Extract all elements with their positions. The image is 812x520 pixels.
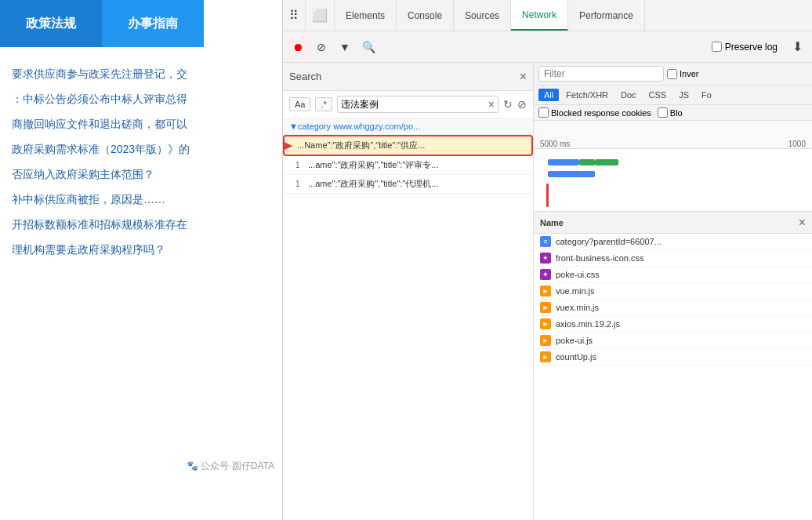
blocked2-checkbox[interactable]: [658, 107, 668, 118]
download-button[interactable]: ⬇: [787, 37, 807, 57]
search-refresh-button[interactable]: ↻: [503, 98, 513, 111]
filter-input-wrap: [538, 66, 664, 82]
filter-icon: ▼: [339, 41, 350, 53]
network-item-4[interactable]: ► vuex.min.js: [534, 300, 812, 316]
js-icon-4: ►: [540, 302, 551, 313]
preserve-log-checkbox[interactable]: [712, 42, 722, 52]
css-icon-1: ✦: [540, 253, 551, 264]
wf-bar-0: [548, 159, 579, 165]
blocked-container: Blocked response cookies: [538, 107, 651, 118]
filter-all-button[interactable]: All: [538, 89, 559, 101]
doc-icon-0: ≡: [540, 236, 551, 247]
tab-console[interactable]: Console: [397, 0, 454, 31]
result-group-header[interactable]: ▼category www.whggzy.com/po...: [283, 118, 533, 135]
wf-bar-2: [595, 159, 618, 165]
timeline-label-5000: 5000 ms: [540, 140, 570, 148]
timeline-label-1000: 1000: [788, 140, 806, 148]
tab-cursor-icon[interactable]: ⠿: [283, 0, 306, 31]
devtools-tabs-bar: ⠿ ⬜ Elements Console Sources Network Per…: [283, 0, 812, 31]
webpage-panel: 政策法规 办事指南 要求供应商参与政采先注册登记，交 ：中标公告必须公布中标人评…: [0, 0, 282, 520]
search-panel: Search × Aa .* × ↻ ⊘ ▼category ww: [283, 63, 534, 520]
invert-container: Inver: [667, 69, 698, 79]
js-icon-3: ►: [540, 285, 551, 296]
filter-button[interactable]: ▼: [335, 37, 355, 57]
device-icon: ⬜: [312, 8, 328, 23]
search-cancel-button[interactable]: ⊘: [517, 98, 527, 111]
search-icon: 🔍: [362, 41, 375, 53]
blocked-label: Blocked response cookies: [551, 108, 651, 118]
regex-button[interactable]: .*: [315, 97, 332, 111]
filter-css-button[interactable]: CSS: [643, 89, 672, 101]
webpage-content: 要求供应商参与政采先注册登记，交 ：中标公告必须公布中标人评审总得 商撤回响应文…: [0, 47, 282, 279]
blocked2-container: Blo: [658, 107, 683, 118]
network-list-header: Name ×: [534, 212, 812, 234]
record-icon: ⏺: [292, 41, 303, 53]
network-item-5[interactable]: ► axios.min.19.2.js: [534, 316, 812, 333]
panels-row: Search × Aa .* × ↻ ⊘ ▼category ww: [283, 63, 812, 520]
result-item-2[interactable]: 1 ...ame":"政府采购","title":"代理机...: [283, 175, 533, 194]
name-column-header: Name: [540, 218, 799, 227]
download-icon: ⬇: [792, 39, 803, 54]
filter-type-buttons: All Fetch/XHR Doc CSS JS Fo: [538, 89, 717, 101]
network-filter-row: Inver: [534, 63, 812, 85]
network-item-2[interactable]: ✦ poke-ui.css: [534, 267, 812, 283]
css-icon-2: ✦: [540, 269, 551, 280]
tab-sources[interactable]: Sources: [454, 0, 511, 31]
search-input[interactable]: [341, 99, 488, 110]
search-close-button[interactable]: ×: [520, 70, 527, 84]
filter-doc-button[interactable]: Doc: [615, 89, 642, 101]
blocked2-label: Blo: [670, 108, 683, 118]
search-options-row: Aa .* × ↻ ⊘: [283, 91, 533, 118]
preserve-log-container: Preserve log: [712, 42, 778, 53]
tab-elements[interactable]: Elements: [335, 0, 397, 31]
result-item-container-0: ➤ ...Name":"政府采购","title":"供应...: [283, 135, 533, 156]
wf-timeline-marker: [546, 184, 549, 207]
record-button[interactable]: ⏺: [288, 37, 308, 57]
filter-fetch-button[interactable]: Fetch/XHR: [560, 89, 614, 101]
search-title: Search: [289, 71, 520, 82]
timeline-header: 5000 ms 1000: [534, 121, 812, 149]
cursor-icon: ⠿: [289, 8, 299, 23]
blocked-checkbox[interactable]: [538, 107, 549, 118]
network-item-1[interactable]: ✦ front-business-icon.css: [534, 250, 812, 267]
result-item-0[interactable]: ...Name":"政府采购","title":"供应...: [283, 135, 533, 156]
invert-label: Inver: [680, 69, 698, 78]
close-network-panel-button[interactable]: ×: [799, 216, 806, 230]
filter-type-row: All Fetch/XHR Doc CSS JS Fo: [534, 85, 812, 105]
webpage-header: 政策法规 办事指南: [0, 0, 282, 47]
devtools-panel: ⠿ ⬜ Elements Console Sources Network Per…: [282, 0, 812, 520]
webpage-text: 要求供应商参与政采先注册登记，交 ：中标公告必须公布中标人评审总得 商撤回响应文…: [12, 63, 270, 260]
js-icon-5: ►: [540, 318, 551, 329]
webpage-tab-office[interactable]: 办事指南: [102, 0, 204, 47]
filter-input[interactable]: [544, 68, 662, 79]
network-item-6[interactable]: ► poke-ui.js: [534, 333, 812, 349]
filter-js-button[interactable]: JS: [673, 89, 694, 101]
js-icon-7: ►: [540, 351, 551, 362]
invert-checkbox[interactable]: [667, 69, 677, 79]
network-right-panel: Inver All Fetch/XHR Doc CSS JS Fo: [534, 63, 812, 520]
webpage-tab-policy[interactable]: 政策法规: [0, 0, 102, 47]
stop-icon: ⊘: [317, 41, 326, 53]
stop-button[interactable]: ⊘: [311, 37, 332, 57]
search-header: Search ×: [283, 63, 533, 91]
network-item-0[interactable]: ≡ category?parentId=66007...: [534, 234, 812, 250]
watermark: 🐾 公众号·圆仔DATA: [187, 460, 274, 473]
tab-performance[interactable]: Performance: [568, 0, 645, 31]
waterfall-area: [534, 149, 812, 212]
network-item-3[interactable]: ► vue.min.js: [534, 283, 812, 300]
network-item-7[interactable]: ► countUp.js: [534, 349, 812, 365]
case-sensitive-button[interactable]: Aa: [289, 97, 310, 111]
search-clear-button[interactable]: ×: [488, 98, 495, 111]
network-list[interactable]: ≡ category?parentId=66007... ✦ front-bus…: [534, 234, 812, 520]
result-item-1[interactable]: 1 ...ame":"政府采购","title":"评审专...: [283, 156, 533, 175]
js-icon-6: ►: [540, 335, 551, 346]
search-button[interactable]: 🔍: [358, 37, 379, 57]
wf-bar-1: [579, 159, 595, 165]
tab-device-icon[interactable]: ⬜: [306, 0, 335, 31]
filter-font-button[interactable]: Fo: [696, 89, 717, 101]
wf-bar-3: [548, 171, 595, 177]
timeline-scale: 5000 ms 1000: [534, 140, 812, 148]
tab-network[interactable]: Network: [511, 0, 568, 31]
blocked-row: Blocked response cookies Blo: [534, 105, 812, 121]
devtools-toolbar: ⏺ ⊘ ▼ 🔍 Preserve log ⬇: [283, 31, 812, 63]
